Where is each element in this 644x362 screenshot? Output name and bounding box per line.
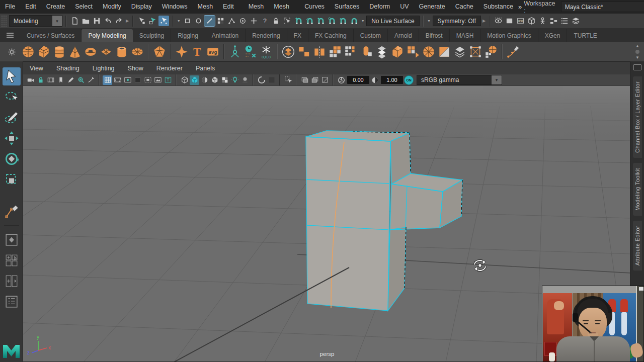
- scale-tool[interactable]: [3, 170, 21, 189]
- poly-torus-icon[interactable]: [83, 44, 98, 60]
- workspace-dropdown[interactable]: Maya Classic* ▾: [561, 2, 644, 12]
- menu-windows[interactable]: Windows: [157, 0, 193, 14]
- symmetry-field[interactable]: Symmetry: Off: [433, 16, 481, 26]
- safe-action-icon[interactable]: [153, 75, 163, 85]
- camera-attributes-icon[interactable]: [46, 75, 55, 85]
- redo-icon[interactable]: [114, 16, 124, 26]
- menu-display[interactable]: Display: [126, 0, 157, 14]
- textured-mode-icon[interactable]: [200, 75, 209, 85]
- select-center-icon[interactable]: [193, 16, 204, 26]
- exposure-icon[interactable]: [337, 75, 346, 85]
- platonic-solid-icon[interactable]: [152, 44, 167, 60]
- shelf-tab-custom[interactable]: Custom: [354, 29, 388, 42]
- shelf-tab-mash[interactable]: MASH: [450, 29, 481, 42]
- shadows-icon[interactable]: [240, 75, 250, 85]
- shelf-tab-arnold[interactable]: Arnold: [388, 29, 419, 42]
- right-tab-channel-box-layer-editor[interactable]: Channel Box / Layer Editor: [633, 76, 642, 158]
- poly-cube-icon[interactable]: [36, 44, 51, 60]
- lasso-tool[interactable]: [3, 88, 21, 106]
- poly-pipe-icon[interactable]: [114, 44, 129, 60]
- colorspace-dropdown[interactable]: sRGB gamma ▾: [417, 75, 502, 85]
- snap-values-icon[interactable]: 0,0,0: [259, 44, 274, 60]
- color-management-toggle[interactable]: ON: [404, 75, 414, 85]
- wireframe-mode-icon[interactable]: [180, 75, 189, 85]
- image-plane-icon[interactable]: [66, 75, 75, 85]
- spherize-icon[interactable]: [484, 44, 499, 60]
- extrude-icon[interactable]: [390, 44, 405, 60]
- poly-cone-icon[interactable]: [67, 44, 83, 60]
- bridge-icon[interactable]: [374, 44, 389, 60]
- menu-mesh[interactable]: Mesh: [193, 0, 218, 14]
- shelf-tab-sculpting[interactable]: Sculpting: [133, 29, 171, 42]
- paste-pane-icon[interactable]: [310, 75, 319, 85]
- last-tool-multi-cut[interactable]: [3, 203, 21, 221]
- gate-mask-icon[interactable]: [133, 75, 142, 85]
- shelf-tab-fx[interactable]: FX: [287, 29, 308, 42]
- snap-to-planes-icon[interactable]: [338, 16, 348, 26]
- select-object-icon[interactable]: [147, 16, 158, 26]
- shelf-tab-poly-modeling[interactable]: Poly Modeling: [82, 29, 132, 42]
- menu-cache[interactable]: Cache: [450, 0, 478, 14]
- exposure-field[interactable]: 0.00: [347, 76, 369, 84]
- menu-edit-mesh[interactable]: Edit Mesh: [218, 0, 244, 14]
- hypershade-icon[interactable]: [526, 16, 537, 26]
- character-setup-icon[interactable]: [537, 16, 548, 26]
- isolate-select-icon[interactable]: [283, 75, 293, 85]
- panel-menu-panels[interactable]: Panels: [189, 65, 221, 72]
- super-shape-icon[interactable]: [174, 44, 189, 60]
- chevron-down-icon[interactable]: ▾: [360, 19, 365, 23]
- lock-selection-icon[interactable]: [271, 16, 281, 26]
- quad-draw-icon[interactable]: [406, 44, 421, 60]
- default-material-icon[interactable]: [220, 75, 229, 85]
- shelf-gear-icon[interactable]: [4, 48, 19, 56]
- layout-outliner-button[interactable]: [3, 293, 21, 311]
- select-tool-marker-icon[interactable]: [282, 16, 292, 26]
- poly-disc-icon[interactable]: [130, 44, 145, 60]
- shaded-mode-icon[interactable]: [190, 75, 199, 85]
- layout-single-pane-button[interactable]: [3, 231, 21, 249]
- screen-space-ao-icon[interactable]: [257, 75, 266, 85]
- grease-pencil-icon[interactable]: [86, 75, 96, 85]
- highlight-selection-icon[interactable]: [182, 16, 193, 26]
- snap-points-icon[interactable]: [226, 16, 237, 26]
- poly-text-icon[interactable]: T: [190, 44, 205, 60]
- menu-select[interactable]: Select: [70, 0, 98, 14]
- render-settings-icon[interactable]: [559, 16, 570, 26]
- panel-menu-view[interactable]: View: [23, 65, 50, 72]
- svg-tool-icon[interactable]: svg: [205, 44, 220, 60]
- set-keyframe-icon[interactable]: [243, 44, 258, 60]
- ipr-render-icon[interactable]: IPR: [515, 16, 526, 26]
- move-tool[interactable]: [3, 129, 21, 147]
- paint-selection-tool[interactable]: [3, 109, 21, 127]
- snap-projected-center-icon[interactable]: [237, 16, 248, 26]
- undo-icon[interactable]: [103, 16, 113, 26]
- menu-edit[interactable]: Edit: [20, 0, 41, 14]
- copy-pane-icon[interactable]: [300, 75, 309, 85]
- menu-generate[interactable]: Generate: [414, 0, 450, 14]
- contrast-icon[interactable]: [370, 75, 380, 85]
- wireframe-on-shaded-icon[interactable]: [210, 75, 219, 85]
- smooth-icon[interactable]: [452, 44, 467, 60]
- open-render-view-icon[interactable]: [493, 16, 504, 26]
- right-tab-attribute-editor[interactable]: Attribute Editor: [633, 221, 642, 270]
- film-gate-icon[interactable]: [113, 75, 122, 85]
- poly-sphere-icon[interactable]: [21, 44, 36, 60]
- panel-menu-show[interactable]: Show: [121, 65, 150, 72]
- shelf-tab-rendering[interactable]: Rendering: [246, 29, 287, 42]
- mirror-icon[interactable]: [312, 44, 327, 60]
- combine-icon[interactable]: [281, 44, 296, 60]
- open-scene-icon[interactable]: [80, 16, 91, 26]
- right-tab-modeling-toolkit[interactable]: Modeling Toolkit: [633, 163, 642, 216]
- snap-to-points-icon[interactable]: [315, 16, 326, 26]
- poly-plane-icon[interactable]: [99, 44, 114, 60]
- panel-menu-renderer[interactable]: Renderer: [150, 65, 189, 72]
- panel-menu-shading[interactable]: Shading: [50, 65, 86, 72]
- bevel-icon[interactable]: [359, 44, 374, 60]
- lattice-icon[interactable]: [468, 44, 483, 60]
- motion-blur-icon[interactable]: [267, 75, 276, 85]
- render-current-frame-icon[interactable]: [504, 16, 515, 26]
- live-surface-field[interactable]: No Live Surface: [366, 16, 419, 26]
- chevron-down-icon[interactable]: ▾: [427, 19, 432, 23]
- xray-icon[interactable]: [320, 75, 330, 85]
- chevron-down-icon[interactable]: ▾: [176, 19, 181, 23]
